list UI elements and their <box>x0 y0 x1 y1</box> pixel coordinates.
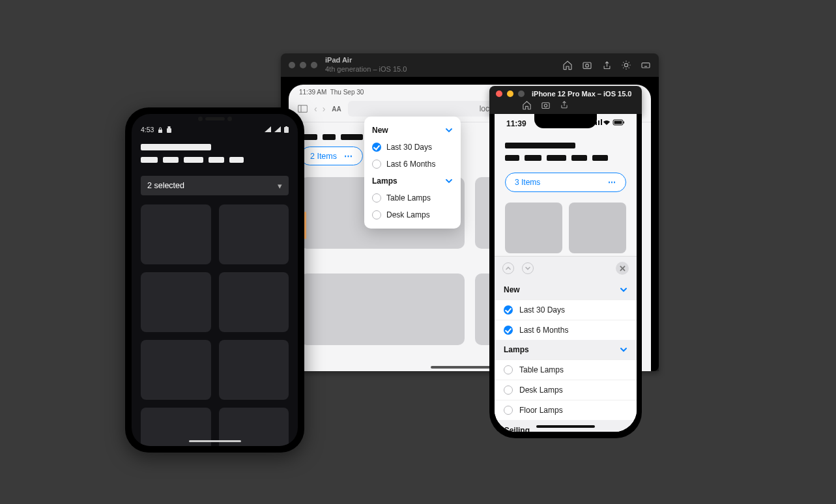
chevron-down-icon <box>445 177 453 185</box>
items-filter-pill[interactable]: 2 Items ⋯ <box>300 147 363 165</box>
section-title: Lamps <box>504 345 529 354</box>
status-date: Thu Sep 30 <box>330 89 364 96</box>
window-traffic-lights[interactable] <box>289 62 317 68</box>
svg-rect-9 <box>284 127 289 133</box>
section-title: Lamps <box>372 176 397 186</box>
chevron-down-icon <box>445 126 453 134</box>
sheet-section-lamps[interactable]: Lamps <box>495 340 637 359</box>
chevron-down-icon <box>620 286 627 294</box>
power-button[interactable] <box>304 212 306 239</box>
iphone-notch <box>534 114 597 128</box>
page-heading-placeholder <box>505 143 626 167</box>
svg-rect-3 <box>642 63 650 68</box>
minimize-window-button[interactable] <box>300 62 306 68</box>
status-time: 11:39 AM <box>299 89 326 96</box>
status-indicators <box>592 119 625 128</box>
nav-arrows: ‹ › <box>314 104 325 114</box>
sheet-option-last30[interactable]: Last 30 Days <box>495 300 637 320</box>
radio-unchecked-icon <box>372 210 381 219</box>
svg-rect-8 <box>167 128 171 133</box>
radio-checked-icon <box>504 305 513 315</box>
popover-option-last30[interactable]: Last 30 Days <box>364 139 461 156</box>
option-label: Desk Lamps <box>386 210 430 219</box>
radio-unchecked-icon <box>504 385 513 395</box>
filter-select[interactable]: 2 selected ▾ <box>141 176 289 195</box>
product-card[interactable] <box>300 273 465 345</box>
svg-rect-6 <box>298 105 308 113</box>
svg-point-1 <box>586 64 589 67</box>
product-card[interactable] <box>219 272 289 332</box>
option-label: Last 6 Months <box>519 326 568 335</box>
home-indicator[interactable] <box>189 440 241 442</box>
home-icon[interactable] <box>522 100 532 110</box>
keyboard-icon[interactable] <box>641 60 651 70</box>
product-card[interactable] <box>219 340 289 400</box>
radio-checked-icon <box>504 326 513 335</box>
device-name: iPad Air <box>325 56 407 65</box>
product-card[interactable] <box>141 272 211 332</box>
minimize-window-button[interactable] <box>507 91 513 97</box>
items-filter-pill[interactable]: 3 Items ⋯ <box>505 173 626 192</box>
svg-rect-7 <box>168 126 171 128</box>
chevron-right-icon: › <box>624 425 627 432</box>
sheet-handle-bar: ✕ <box>495 257 637 280</box>
status-indicators <box>265 126 289 133</box>
sheet-option-table-lamps[interactable]: Table Lamps <box>495 359 637 380</box>
simulator-toolbar-icons <box>562 60 651 70</box>
share-icon[interactable] <box>601 60 612 70</box>
zoom-window-button[interactable] <box>518 91 525 97</box>
chevron-down-icon[interactable] <box>522 262 534 274</box>
share-icon[interactable] <box>560 100 569 110</box>
product-card[interactable] <box>219 204 289 264</box>
usb-icon <box>167 126 171 133</box>
close-window-button[interactable] <box>289 62 295 68</box>
screenshot-icon[interactable] <box>582 60 592 70</box>
svg-rect-11 <box>542 103 549 109</box>
sheet-option-desk-lamps[interactable]: Desk Lamps <box>495 380 637 400</box>
popover-section-lamps[interactable]: Lamps <box>364 173 461 189</box>
popover-option-desk-lamps[interactable]: Desk Lamps <box>364 206 461 223</box>
iphone-screen: 11:39 3 Items <box>495 114 637 432</box>
iphone-bezel: 11:39 3 Items <box>489 114 642 438</box>
popover-option-last6m[interactable]: Last 6 Months <box>364 156 461 173</box>
page-heading-placeholder <box>141 144 289 169</box>
zoom-window-button[interactable] <box>311 62 317 68</box>
device-subtitle: 4th generation – iOS 15.0 <box>325 65 407 74</box>
home-indicator[interactable] <box>536 425 595 428</box>
option-label: Last 30 Days <box>386 143 432 152</box>
close-sheet-button[interactable]: ✕ <box>616 262 629 275</box>
android-page-content: 2 selected ▾ <box>132 137 298 446</box>
chevron-up-icon[interactable] <box>502 262 514 274</box>
option-label: Last 30 Days <box>519 305 565 315</box>
popover-option-table-lamps[interactable]: Table Lamps <box>364 189 461 206</box>
radio-unchecked-icon <box>372 160 381 169</box>
radio-unchecked-icon <box>504 406 513 415</box>
product-card[interactable] <box>569 203 626 253</box>
option-label: Floor Lamps <box>519 406 563 415</box>
filter-popover: New Last 30 Days Last 6 Months Lamps <box>364 117 461 229</box>
product-card[interactable] <box>505 203 562 253</box>
brightness-icon[interactable] <box>621 60 631 70</box>
home-icon[interactable] <box>562 60 573 70</box>
back-button[interactable]: ‹ <box>314 104 317 114</box>
sheet-section-new[interactable]: New <box>495 280 637 300</box>
radio-unchecked-icon <box>504 365 513 374</box>
items-pill-label: 2 Items <box>310 152 337 161</box>
screenshot-icon[interactable] <box>541 100 551 110</box>
filter-sheet: ✕ New Last 30 Days Last 6 Months Lamps <box>495 256 637 432</box>
status-time: 11:39 <box>506 119 526 128</box>
section-title: New <box>372 126 388 135</box>
close-window-button[interactable] <box>496 91 502 97</box>
product-card[interactable] <box>141 340 211 400</box>
forward-button[interactable]: › <box>323 104 326 114</box>
svg-rect-15 <box>624 122 625 124</box>
sheet-option-floor-lamps[interactable]: Floor Lamps <box>495 400 637 420</box>
text-size-button[interactable]: AA <box>332 105 341 113</box>
sidebar-icon[interactable] <box>298 105 308 113</box>
device-name: iPhone 12 Pro Max – iOS 15.0 <box>532 90 631 98</box>
sheet-option-last6m[interactable]: Last 6 Months <box>495 320 637 340</box>
iphone-titlebar: iPhone 12 Pro Max – iOS 15.0 <box>489 86 642 114</box>
status-time: 4:53 <box>141 126 154 133</box>
popover-section-new[interactable]: New <box>364 122 461 139</box>
product-card[interactable] <box>141 204 211 264</box>
